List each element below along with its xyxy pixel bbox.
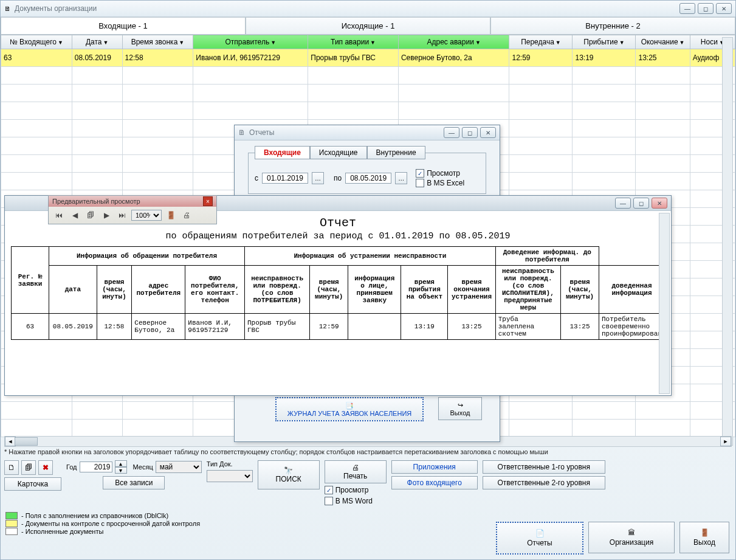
tab-incoming[interactable]: Входящие - 1 xyxy=(1,17,246,34)
rep-tab-outgoing[interactable]: Исходящие xyxy=(310,146,367,159)
maximize-button[interactable]: ◻ xyxy=(698,3,714,14)
year-input[interactable] xyxy=(80,461,112,472)
year-up[interactable]: ▴ xyxy=(115,460,127,467)
rep-excel-checkbox[interactable]: В MS Excel xyxy=(416,179,464,187)
copy-doc-button[interactable]: 🗐 xyxy=(21,460,36,475)
scroll-thumb[interactable] xyxy=(15,437,38,446)
last-page-icon[interactable]: ⏭ xyxy=(115,209,129,222)
year-label: Год xyxy=(66,463,77,471)
delete-doc-button[interactable]: ✖ xyxy=(38,460,53,475)
col-end[interactable]: Окончание▼ xyxy=(636,35,690,49)
pv-minimize[interactable]: — xyxy=(615,198,631,209)
minimize-button[interactable]: — xyxy=(679,3,695,14)
exit-icon: 🚪 xyxy=(700,528,709,537)
window-title: Документы организации xyxy=(15,4,97,13)
col-type[interactable]: Тип аварии▼ xyxy=(308,35,399,49)
titlebar: 🗎 Документы организации — ◻ ✕ xyxy=(1,1,735,17)
report-row: 63 08.05.2019 12:58 Северное Бутово, 2а … xyxy=(12,314,665,340)
preview-vscroll[interactable] xyxy=(659,213,670,394)
col-addr[interactable]: Адрес аварии▼ xyxy=(398,35,509,49)
main-window: 🗎 Документы организации — ◻ ✕ Входящие -… xyxy=(0,0,736,560)
table-row[interactable] xyxy=(1,67,735,85)
col-trans[interactable]: Передача▼ xyxy=(509,35,573,49)
report-icon: 📄 xyxy=(535,529,545,538)
org-icon: 🏛 xyxy=(628,528,635,537)
report-table: Рег. № заявки Информация об обращении по… xyxy=(11,246,665,340)
organization-button[interactable]: 🏛Организация xyxy=(588,522,675,553)
close-button[interactable]: ✕ xyxy=(716,3,732,14)
pv-close[interactable]: ✕ xyxy=(652,198,667,209)
exit-arrow-icon: ↪ xyxy=(458,401,463,409)
rep-tab-incoming[interactable]: Входящие xyxy=(255,146,310,159)
zoom-select[interactable]: 100% xyxy=(131,210,162,221)
doctype-select[interactable] xyxy=(207,470,253,482)
incoming-photo-button[interactable]: Фото входящего xyxy=(391,476,478,489)
rep-tab-internal[interactable]: Внутренние xyxy=(367,146,425,159)
dlg-close[interactable]: ✕ xyxy=(480,127,496,138)
month-label: Месяц xyxy=(133,463,153,471)
scroll-right-icon[interactable]: ► xyxy=(720,437,731,446)
prev-page-icon[interactable]: ◀ xyxy=(68,209,81,222)
reports-dialog-title: Отчеты xyxy=(249,128,274,137)
search-label: ПОИСК xyxy=(276,475,301,483)
reports-exit-button[interactable]: ↪ Выход xyxy=(438,397,482,420)
new-doc-button[interactable]: 🗋 xyxy=(4,460,19,475)
col-calltime[interactable]: Время звонка▼ xyxy=(122,35,193,49)
print-label: Печать xyxy=(343,472,367,480)
reports-button[interactable]: 📄Отчеты xyxy=(496,522,583,555)
main-tabs: Входящие - 1 Исходящие - 1 Внутренние - … xyxy=(1,17,735,35)
to-label: по xyxy=(334,174,342,182)
pv-maximize[interactable]: ◻ xyxy=(633,198,649,209)
exit-button[interactable]: 🚪Выход xyxy=(679,522,729,553)
from-label: с xyxy=(255,174,258,182)
rep-preview-checkbox[interactable]: ✓Просмотр xyxy=(416,169,464,178)
printer-icon: 🖨 xyxy=(352,463,359,472)
dlg-maximize[interactable]: ◻ xyxy=(462,127,478,138)
app-icon: 🗎 xyxy=(4,5,11,12)
report-subtitle: по обращениям потребителей за период с 0… xyxy=(11,231,665,241)
responsibles1-button[interactable]: Ответственные 1-го уровня xyxy=(483,460,605,474)
dlg-minimize[interactable]: — xyxy=(444,127,459,138)
preview-toolbar-close[interactable]: × xyxy=(203,196,213,206)
print-button[interactable]: 🖨 Печать xyxy=(325,460,387,483)
journal-icon: 📑 xyxy=(345,402,354,410)
tab-internal[interactable]: Внутренние - 2 xyxy=(490,17,735,34)
tab-outgoing[interactable]: Исходящие - 1 xyxy=(246,17,490,34)
table-row[interactable]: 6308.05.201912:58 Иванов И.И, 9619572129… xyxy=(1,49,735,67)
dialog-icon: 🗎 xyxy=(238,128,246,137)
card-button[interactable]: Карточка xyxy=(4,477,61,491)
report-document: Отчет по обращениям потребителей за пери… xyxy=(5,211,671,340)
preview-toolbar-title: Предварительный просмотр xyxy=(52,198,140,205)
col-date[interactable]: Дата▼ xyxy=(72,35,122,49)
col-arrive[interactable]: Прибытие▼ xyxy=(573,35,636,49)
next-page-icon[interactable]: ▶ xyxy=(100,209,113,222)
vertical-scrollbar[interactable] xyxy=(722,37,733,446)
col-sender[interactable]: Отправитель▼ xyxy=(193,35,308,49)
print-preview-icon[interactable]: 🖨 xyxy=(180,209,193,222)
binoculars-icon: 🔭 xyxy=(284,466,293,475)
first-page-icon[interactable]: ⏮ xyxy=(52,209,66,222)
table-row[interactable] xyxy=(1,102,735,120)
grid-hint: * Нажатие правой кнопки на заголовок упо… xyxy=(1,447,735,457)
msword-checkbox[interactable]: В MS Word xyxy=(325,497,373,505)
search-button[interactable]: 🔭 ПОИСК xyxy=(258,460,320,489)
preview-checkbox[interactable]: ✓Просмотр xyxy=(325,486,369,494)
preview-window: — ◻ ✕ Отчет по обращениям потребителей з… xyxy=(4,195,672,396)
responsibles2-button[interactable]: Ответственные 2-го уровня xyxy=(483,476,605,489)
from-date-input[interactable] xyxy=(262,173,308,184)
journal-button[interactable]: 📑 ЖУРНАЛ УЧЕТА ЗАЯВОК НАСЕЛЕНИЯ xyxy=(275,397,424,421)
all-records-button[interactable]: Все записи xyxy=(103,476,165,489)
year-down[interactable]: ▾ xyxy=(115,467,127,474)
attachments-button[interactable]: Приложения xyxy=(391,460,478,474)
table-row[interactable] xyxy=(1,85,735,102)
to-date-input[interactable] xyxy=(345,173,391,184)
doctype-label: Тип Док. xyxy=(207,460,253,468)
col-num[interactable]: № Входящего▼ xyxy=(1,35,72,49)
to-date-picker[interactable]: … xyxy=(395,172,407,184)
preview-toolbar: Предварительный просмотр × ⏮ ◀ 🗐 ▶ ⏭ 100… xyxy=(48,195,217,224)
month-select[interactable]: май xyxy=(156,461,202,473)
from-date-picker[interactable]: … xyxy=(312,172,324,184)
close-preview-icon[interactable]: 🚪 xyxy=(164,209,177,222)
pages-icon[interactable]: 🗐 xyxy=(84,209,97,222)
